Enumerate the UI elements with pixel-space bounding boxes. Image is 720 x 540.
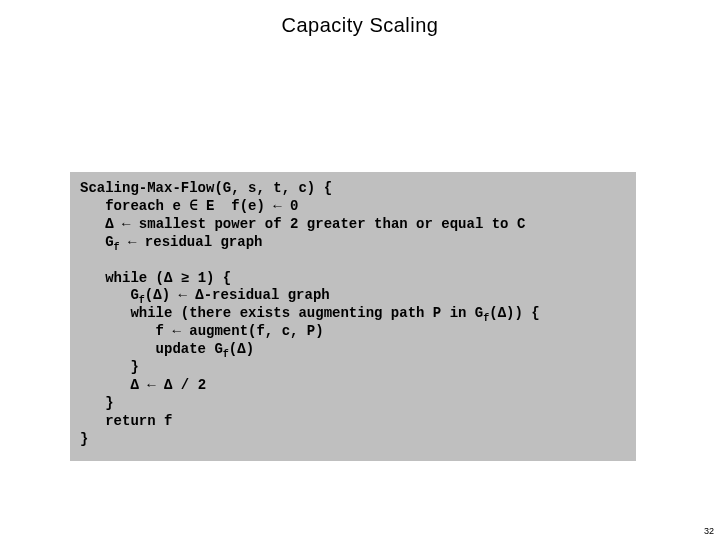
page-number: 32	[704, 526, 714, 536]
slide-title: Capacity Scaling	[0, 0, 720, 37]
code-listing: Scaling-Max-Flow(G, s, t, c) { foreach e…	[80, 180, 626, 449]
algorithm-code-block: Scaling-Max-Flow(G, s, t, c) { foreach e…	[70, 172, 636, 461]
slide: Capacity Scaling Scaling-Max-Flow(G, s, …	[0, 0, 720, 540]
